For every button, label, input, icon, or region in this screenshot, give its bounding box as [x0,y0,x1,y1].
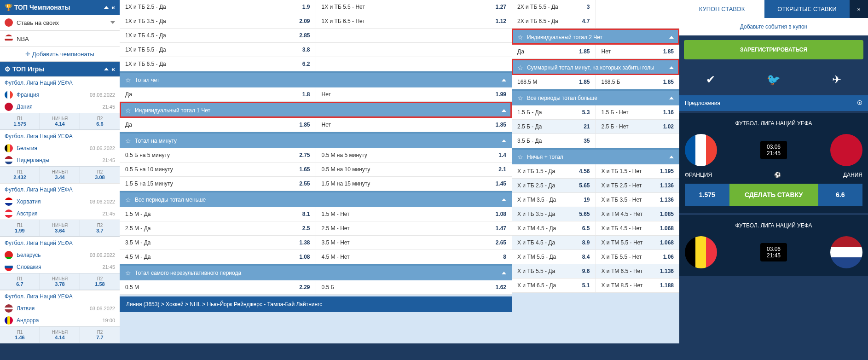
expand-icon[interactable]: » [850,0,868,18]
market-cell[interactable]: 1X и ТБ 5.5 - Да3.8 [120,43,316,57]
odd-p2[interactable]: П23.08 [80,167,120,183]
chevron-down-icon[interactable] [110,21,115,24]
odd-p1[interactable]: П11.46 [0,327,40,343]
market-cell[interactable]: X и ТБ 2.5 - Нет1.136 [596,179,680,192]
star-icon[interactable]: ☆ [125,269,131,277]
market-cell[interactable]: 2.5 Б - Нет1.02 [596,120,680,134]
star-icon[interactable]: ☆ [517,64,523,71]
market-cell[interactable]: 2.5 М - Нет1.47 [316,221,512,235]
market-cell[interactable]: Да1.85 [512,45,596,58]
market-cell[interactable]: X и ТБ 4.5 - Да8.9 [512,236,596,250]
star-icon[interactable]: ☆ [517,94,523,102]
market-header[interactable]: ☆Индивидуальный тотал 1 Чет [120,102,512,118]
chevron-up-icon[interactable] [502,109,506,112]
market-cell[interactable]: 1.5 М - Да8.1 [120,207,316,221]
market-cell[interactable]: Нет1.85 [316,118,512,132]
market-header[interactable]: ☆Суммарный тотал минут, на которых забит… [512,59,679,75]
team-row[interactable]: Беларусь03.06.2022 [0,249,120,261]
market-cell[interactable]: X и ТМ 6.5 - Нет1.136 [596,264,680,278]
market-cell[interactable]: 0.5 Б на 10 минуту1.65 [120,163,316,176]
expand-all-icon[interactable]: ⦿ [857,100,862,106]
market-cell[interactable]: X и ТМ 8.5 - Нет1.188 [596,279,680,292]
market-cell[interactable]: 1.5 Б - Нет1.16 [596,105,680,119]
sidebar-item-nba[interactable]: NBA [0,31,120,47]
market-cell[interactable]: 1X и ТБ 3.5 - Да2.09 [120,14,316,28]
chevron-up-icon[interactable] [104,6,109,9]
team-row[interactable]: Андорра19:00 [0,314,120,326]
market-cell[interactable]: 0.5 М на 5 минуту1.4 [316,148,512,162]
market-cell[interactable]: 0.5 Б на 5 минуту2.75 [120,148,316,162]
odd-p1[interactable]: П11.575 [0,113,40,129]
team-row[interactable]: Дания21:45 [0,101,120,113]
star-icon[interactable]: ☆ [125,196,131,203]
market-cell[interactable]: 1X и ТБ 2.5 - Да1.9 [120,0,316,14]
market-cell[interactable]: 3.5 М - Да1.38 [120,236,316,250]
market-cell[interactable]: X и ТБ 5.5 - Да9.6 [512,264,596,278]
odd-x[interactable]: НИЧЬЯ4.14 [40,113,80,129]
twitter-icon[interactable]: 🐦 [742,73,805,86]
odd-x[interactable]: НИЧЬЯ3.44 [40,167,80,183]
market-cell[interactable]: 4.5 М - Да1.08 [120,250,316,264]
market-cell[interactable]: X и ТБ 2.5 - Да5.65 [512,179,596,192]
market-cell[interactable]: 1.5 М на 15 минуту1.45 [316,177,512,191]
market-cell[interactable]: Нет1.99 [316,87,512,101]
market-header[interactable]: ☆Тотал чет [120,71,512,87]
market-cell[interactable]: 168.5 М1.85 [512,75,596,89]
chevron-up-icon[interactable] [669,36,674,39]
market-cell[interactable]: 3.5 М - Нет2.65 [316,236,512,250]
market-cell[interactable]: 2X и ТБ 6.5 - Да4.7 [512,14,596,28]
market-cell[interactable]: 168.5 Б1.85 [596,75,680,89]
chevron-up-icon[interactable] [669,66,674,69]
odd-p1[interactable]: П16.7 [0,273,40,290]
odd-p2[interactable]: П26.6 [80,113,120,129]
market-cell[interactable]: 0.5 Б1.62 [316,280,512,294]
chevron-up-icon[interactable] [669,97,674,99]
market-cell[interactable]: 1X и ТБ 6.5 - Нет1.12 [316,14,512,28]
market-cell[interactable]: 0.5 М2.29 [120,280,316,294]
chevron-up-icon[interactable] [502,198,506,201]
sidebar-item-ownbet[interactable]: Ставь на своих [0,15,120,31]
market-header[interactable]: ☆Тотал на минуту [120,132,512,148]
market-cell[interactable]: X и ТБ 3.5 - Да5.65 [512,207,596,221]
star-icon[interactable]: ☆ [125,76,131,84]
chevron-up-icon[interactable] [669,156,674,158]
odd1-button[interactable]: 1.575 [685,184,729,206]
market-cell[interactable]: X и ТБ 4.5 - Нет1.068 [596,221,680,235]
top-games-header[interactable]: ⚙ ТОП Игры « [0,62,120,76]
market-header[interactable]: ☆Все периоды тотал меньше [120,191,512,207]
chevron-up-icon[interactable] [104,68,109,70]
market-cell[interactable]: X и ТБ 1.5 - Нет1.195 [596,164,680,178]
market-cell[interactable]: X и ТМ 5.5 - Да8.4 [512,250,596,264]
place-bet-button[interactable]: СДЕЛАТЬ СТАВКУ [729,184,818,206]
telegram-icon[interactable]: ✈ [805,73,868,86]
star-icon[interactable]: ☆ [125,107,131,114]
odd-p2[interactable]: П23.7 [80,220,120,236]
star-icon[interactable]: ☆ [125,137,131,145]
market-header[interactable]: ☆Все периоды тотал больше [512,89,679,105]
chevron-up-icon[interactable] [502,139,506,142]
market-cell[interactable]: X и ТБ 5.5 - Нет1.06 [596,250,680,264]
odd-p1[interactable]: П11.99 [0,220,40,236]
register-button[interactable]: ЗАРЕГИСТРИРОВАТЬСЯ [684,40,863,59]
market-cell[interactable]: 1X и ТБ 4.5 - Да2.85 [120,29,316,42]
team-row[interactable]: Латвия03.06.2022 [0,302,120,314]
odd-x[interactable]: НИЧЬЯ3.78 [40,273,80,290]
top-championships-header[interactable]: 🏆 ТОП Чемпионаты « [0,0,120,15]
market-cell[interactable]: X и ТБ 3.5 - Нет1.136 [596,193,680,207]
market-cell[interactable]: 4.5 М - Нет8 [316,250,512,264]
market-cell[interactable]: 1.5 Б - Да5.3 [512,105,596,119]
team-row[interactable]: Бельгия03.06.2022 [0,142,120,154]
market-cell[interactable]: X и ТМ 5.5 - Нет1.068 [596,236,680,250]
star-icon[interactable]: ☆ [517,34,523,41]
chevron-up-icon[interactable] [502,79,506,81]
market-cell[interactable]: X и ТМ 4.5 - Нет1.085 [596,207,680,221]
market-header[interactable]: ☆Тотал самого нерезультативного периода [120,264,512,280]
market-cell[interactable]: 0.5 М на 10 минуту2.1 [316,163,512,176]
market-cell[interactable]: 3.5 Б - Да35 [512,134,596,148]
odd-x[interactable]: НИЧЬЯ4.14 [40,327,80,343]
odd-p2[interactable]: П27.7 [80,327,120,343]
collapse-icon[interactable]: « [111,65,115,73]
market-cell[interactable]: 2X и ТБ 5.5 - Да3 [512,0,596,14]
market-cell[interactable]: 1.5 М - Нет1.08 [316,207,512,221]
team-row[interactable]: Франция03.06.2022 [0,89,120,101]
